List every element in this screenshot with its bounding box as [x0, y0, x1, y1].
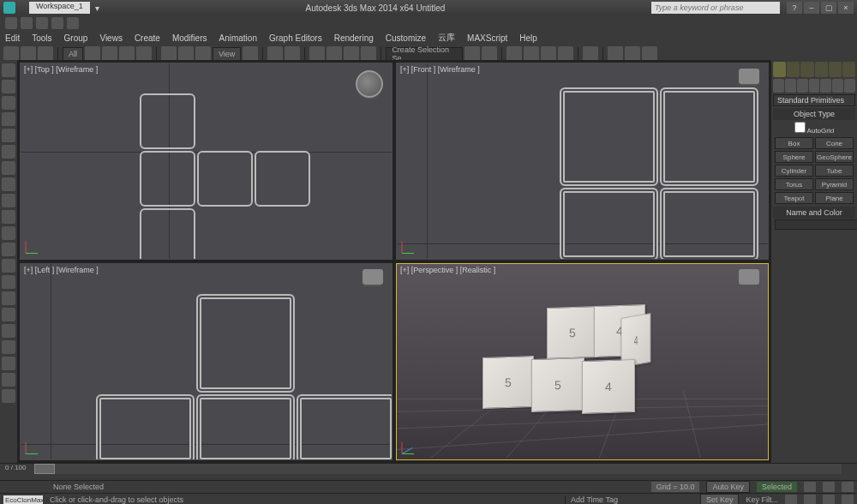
percent-snap-icon[interactable]: [344, 46, 359, 62]
viewport-persp-label[interactable]: [+] [Perspective ] [Realistic ]: [400, 266, 495, 274]
render-icon[interactable]: [642, 46, 657, 62]
lt-tool-13-icon[interactable]: [2, 357, 15, 370]
lt-tool-1-icon[interactable]: [2, 161, 15, 175]
search-input[interactable]: [651, 2, 780, 14]
lt-rotate-icon[interactable]: [2, 96, 15, 110]
ref-coord-combo[interactable]: View: [213, 47, 241, 61]
manip-icon[interactable]: [267, 46, 283, 62]
sub-tab-geom-icon[interactable]: [773, 79, 784, 93]
menu-group[interactable]: Group: [64, 33, 88, 43]
lt-tool-15-icon[interactable]: [2, 389, 15, 403]
spinner-snap-icon[interactable]: [361, 46, 376, 62]
viewcube-icon[interactable]: [356, 70, 383, 98]
move-icon[interactable]: [161, 46, 177, 62]
create-cone-button[interactable]: Cone: [815, 137, 854, 149]
lt-tool-5-icon[interactable]: [2, 226, 15, 240]
sub-tab-helper-icon[interactable]: [820, 79, 831, 93]
menu-modifiers[interactable]: Modifiers: [172, 33, 207, 43]
viewcube-icon[interactable]: [739, 269, 759, 285]
cmd-tab-display-icon[interactable]: [829, 62, 842, 77]
workspace-selector[interactable]: Workspace_1: [29, 2, 90, 14]
viewport-left[interactable]: [+] [Left ] [Wireframe ]: [20, 263, 393, 460]
name-color-rollout[interactable]: Name and Color: [773, 207, 855, 219]
keyboard-icon[interactable]: [285, 46, 300, 62]
create-sphere-button[interactable]: Sphere: [775, 151, 813, 163]
help-icon[interactable]: ?: [787, 2, 802, 14]
named-selection-combo[interactable]: Create Selection Se: [386, 47, 463, 61]
cmd-tab-hierarchy-icon[interactable]: [800, 62, 813, 77]
viewport-left-label[interactable]: [+] [Left ] [Wireframe ]: [24, 266, 99, 274]
menu-cloud[interactable]: 云库: [438, 32, 455, 44]
select-icon[interactable]: [85, 46, 100, 62]
create-plane-button[interactable]: Plane: [815, 192, 854, 204]
bind-icon[interactable]: [38, 46, 53, 62]
lt-brush-icon[interactable]: [2, 145, 15, 159]
viewcube-icon[interactable]: [363, 269, 383, 285]
qa-undo-icon[interactable]: [51, 17, 63, 29]
minimize-icon[interactable]: –: [804, 2, 819, 14]
create-cylinder-button[interactable]: Cylinder: [775, 165, 813, 177]
prev-key-icon[interactable]: [804, 482, 816, 492]
qa-new-icon[interactable]: [5, 17, 17, 29]
cube-object[interactable]: 5: [482, 356, 534, 409]
menu-create[interactable]: Create: [135, 33, 160, 43]
next-key-icon[interactable]: [842, 482, 854, 492]
window-crossing-icon[interactable]: [136, 46, 152, 62]
sub-tab-cam-icon[interactable]: [809, 79, 820, 93]
select-name-icon[interactable]: [102, 46, 117, 62]
cube-object[interactable]: 5: [531, 357, 584, 412]
menu-maxscript[interactable]: MAXScript: [467, 33, 507, 43]
mirror-icon[interactable]: [464, 46, 480, 62]
create-box-button[interactable]: Box: [775, 137, 813, 149]
lt-tool-12-icon[interactable]: [2, 340, 15, 354]
timeline-track[interactable]: [34, 464, 842, 474]
lt-tool-9-icon[interactable]: [2, 291, 15, 305]
render-frame-icon[interactable]: [625, 46, 640, 62]
lt-tool-14-icon[interactable]: [2, 373, 15, 387]
menu-rendering[interactable]: Rendering: [334, 33, 374, 43]
cube-object[interactable]: 5: [547, 306, 598, 359]
cmd-tab-modify-icon[interactable]: [787, 62, 800, 77]
viewcube-icon[interactable]: [739, 69, 759, 84]
autogrid-checkbox[interactable]: [794, 122, 806, 133]
auto-key-button[interactable]: Auto Key: [706, 481, 750, 493]
viewport-front-label[interactable]: [+] [Front ] [Wireframe ]: [400, 65, 480, 74]
lt-scale-icon[interactable]: [2, 112, 15, 126]
primitive-type-dropdown[interactable]: Standard Primitives: [773, 94, 855, 106]
viewport-top[interactable]: [+] [Top ] [Wireframe ]: [20, 63, 393, 260]
nav-pan-icon[interactable]: [785, 495, 797, 504]
sub-tab-shape-icon[interactable]: [785, 79, 796, 93]
render-setup-icon[interactable]: [608, 46, 623, 62]
nav-max-icon[interactable]: [842, 495, 854, 504]
cube-object[interactable]: 4: [582, 359, 635, 414]
object-type-rollout[interactable]: Object Type: [773, 108, 855, 120]
menu-help[interactable]: Help: [519, 33, 537, 43]
cmd-tab-create-icon[interactable]: [773, 62, 786, 77]
lt-tool-8-icon[interactable]: [2, 275, 15, 289]
unlink-icon[interactable]: [21, 46, 36, 62]
lt-select-icon[interactable]: [2, 63, 15, 77]
maximize-icon[interactable]: ▢: [821, 2, 836, 14]
cmd-tab-util-icon[interactable]: [842, 62, 855, 77]
menu-tools[interactable]: Tools: [32, 33, 51, 43]
lt-tool-6-icon[interactable]: [2, 243, 15, 256]
menu-edit[interactable]: Edit: [5, 33, 20, 43]
align-icon[interactable]: [482, 46, 497, 62]
material-icon[interactable]: [583, 46, 598, 62]
qa-open-icon[interactable]: [21, 17, 33, 29]
explorer-icon[interactable]: [524, 46, 539, 62]
sub-tab-light-icon[interactable]: [797, 79, 808, 93]
set-key-button[interactable]: Set Key: [700, 494, 740, 504]
create-geosphere-button[interactable]: GeoSphere: [815, 151, 854, 163]
lt-paint-icon[interactable]: [2, 129, 15, 142]
lt-tool-4-icon[interactable]: [2, 210, 15, 224]
object-name-input[interactable]: [775, 219, 857, 230]
nav-zoom-icon[interactable]: [804, 495, 816, 504]
timeline-slider[interactable]: [34, 464, 55, 474]
pivot-icon[interactable]: [243, 46, 258, 62]
curve-editor-icon[interactable]: [541, 46, 556, 62]
menu-customize[interactable]: Customize: [386, 33, 426, 43]
close-icon[interactable]: ×: [838, 2, 854, 14]
link-icon[interactable]: [3, 46, 19, 62]
snap-icon[interactable]: [309, 46, 325, 62]
